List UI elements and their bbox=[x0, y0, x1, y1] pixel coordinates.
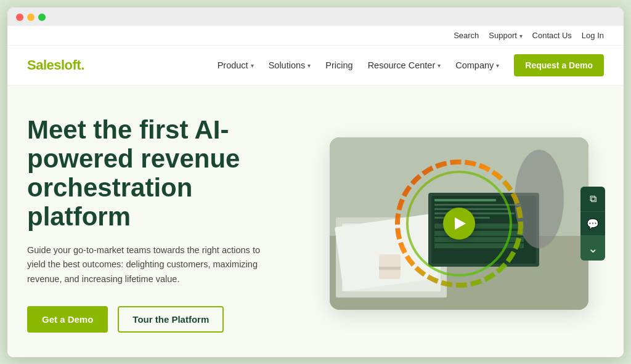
chat-icon: 💬 bbox=[587, 218, 599, 230]
nav-pricing-label: Pricing bbox=[325, 60, 352, 70]
request-demo-button[interactable]: Request a Demo bbox=[514, 54, 604, 76]
main-nav: Salesloft. Product ▾ Solutions ▾ Pricing… bbox=[7, 46, 624, 86]
nav-resource-center-label: Resource Center bbox=[368, 60, 436, 70]
product-chevron-icon: ▾ bbox=[251, 62, 254, 69]
nav-product[interactable]: Product ▾ bbox=[218, 60, 254, 70]
solutions-chevron-icon: ▾ bbox=[307, 62, 311, 69]
video-background bbox=[330, 137, 588, 310]
hero-media: ⧉ 💬 ⌄ bbox=[315, 137, 604, 310]
hero-subtitle: Guide your go-to-market teams towards th… bbox=[27, 243, 261, 286]
play-button[interactable] bbox=[443, 208, 475, 240]
sidebar-icons: ⧉ 💬 ⌄ bbox=[580, 187, 605, 261]
hero-buttons: Get a Demo Tour the Platform bbox=[27, 306, 290, 333]
nav-solutions-label: Solutions bbox=[269, 60, 306, 70]
utility-bar: Search Support ▾ Contact Us Log In bbox=[7, 26, 624, 46]
company-chevron-icon: ▾ bbox=[496, 62, 499, 69]
copy-icon-button[interactable]: ⧉ bbox=[580, 187, 605, 211]
traffic-light-yellow[interactable] bbox=[27, 14, 35, 21]
nav-company-label: Company bbox=[455, 60, 494, 70]
nav-company[interactable]: Company ▾ bbox=[455, 60, 499, 70]
nav-links: Product ▾ Solutions ▾ Pricing Resource C… bbox=[218, 54, 604, 76]
nav-product-label: Product bbox=[218, 60, 248, 70]
tour-platform-button[interactable]: Tour the Platform bbox=[118, 306, 224, 333]
search-link[interactable]: Search bbox=[454, 31, 479, 40]
copy-icon: ⧉ bbox=[590, 193, 596, 204]
nav-solutions[interactable]: Solutions ▾ bbox=[269, 60, 311, 70]
resource-center-chevron-icon: ▾ bbox=[438, 62, 441, 69]
hero-text: Meet the first AI-powered revenue orches… bbox=[27, 115, 290, 333]
support-link[interactable]: Support ▾ bbox=[489, 31, 522, 40]
logo-text: Salesloft bbox=[27, 57, 81, 73]
traffic-light-red[interactable] bbox=[16, 14, 23, 21]
hero-section: Meet the first AI-powered revenue orches… bbox=[7, 86, 624, 357]
traffic-light-green[interactable] bbox=[38, 14, 46, 21]
nav-resource-center[interactable]: Resource Center ▾ bbox=[368, 60, 441, 70]
logo[interactable]: Salesloft. bbox=[27, 57, 84, 73]
hero-title: Meet the first AI-powered revenue orches… bbox=[27, 115, 290, 231]
logo-dot: . bbox=[81, 57, 84, 73]
video-container[interactable] bbox=[330, 137, 588, 310]
support-chevron-icon: ▾ bbox=[519, 33, 523, 39]
chevron-down-icon: ⌄ bbox=[588, 242, 598, 254]
browser-content: Search Support ▾ Contact Us Log In Sales… bbox=[7, 26, 624, 357]
browser-chrome bbox=[7, 7, 624, 26]
contact-us-link[interactable]: Contact Us bbox=[532, 31, 572, 40]
chat-icon-button[interactable]: 💬 bbox=[580, 211, 605, 236]
nav-pricing[interactable]: Pricing bbox=[325, 60, 352, 70]
log-in-link[interactable]: Log In bbox=[582, 31, 604, 40]
get-demo-button[interactable]: Get a Demo bbox=[27, 306, 108, 333]
browser-window: Search Support ▾ Contact Us Log In Sales… bbox=[7, 7, 624, 357]
chevron-down-button[interactable]: ⌄ bbox=[580, 236, 605, 261]
play-icon bbox=[455, 217, 466, 230]
traffic-lights bbox=[16, 14, 615, 21]
